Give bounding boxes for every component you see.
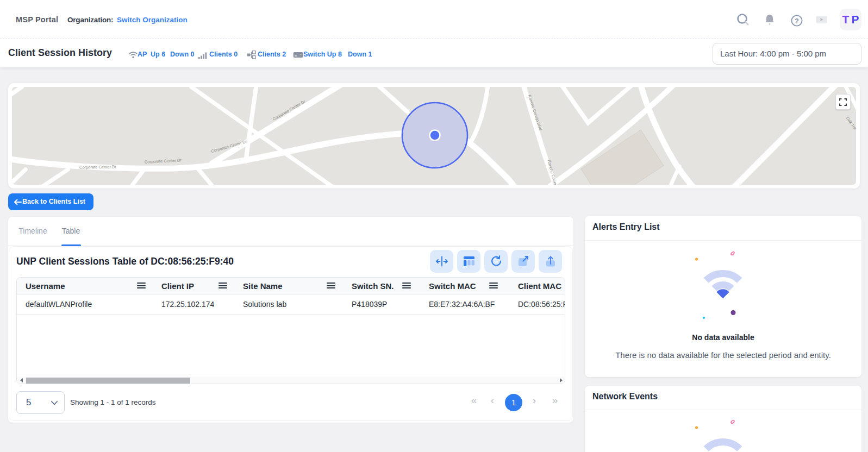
svg-text:Oak Tra: Oak Tra	[845, 116, 856, 131]
svg-text:Corporate Center Dr: Corporate Center Dr	[145, 158, 182, 165]
svg-text:Corporate Center Dr: Corporate Center Dr	[79, 164, 117, 170]
svg-text:?: ?	[795, 17, 799, 25]
